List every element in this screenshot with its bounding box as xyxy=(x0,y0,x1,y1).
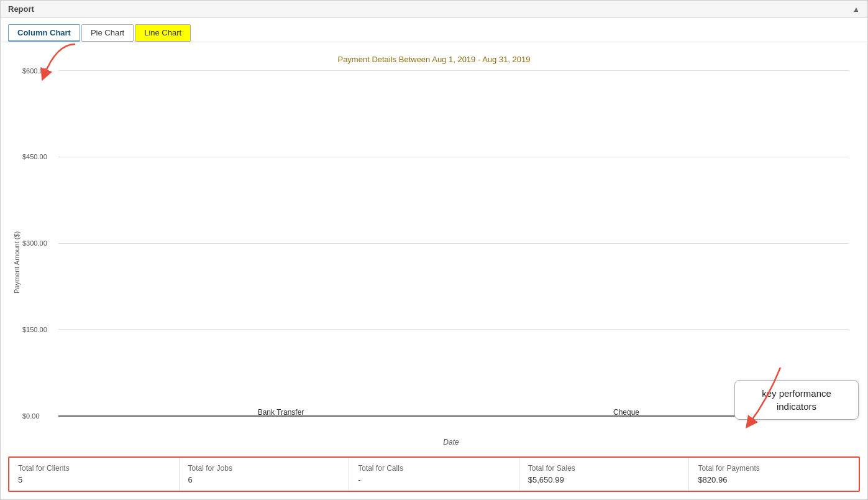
kpi-value-sales: $5,650.99 xyxy=(528,475,680,484)
y-label-600: $600.00 xyxy=(22,67,47,75)
chart-plot-area: $600.00 $450.00 $300.00 $150.00 xyxy=(58,70,849,435)
bar-label-bank-transfer: Bank Transfer xyxy=(258,408,304,417)
y-label-0: $0.00 xyxy=(22,412,40,420)
kpi-annotation-text: key performanceindicators xyxy=(762,388,831,412)
chart-wrapper: Payment Amount ($) $600.00 $450.00 $300.… xyxy=(13,70,855,435)
bar-label-cheque: Cheque xyxy=(613,408,639,417)
kpi-card-calls: Total for Calls - xyxy=(349,458,519,491)
tab-pie-chart[interactable]: Pie Chart xyxy=(81,24,134,42)
kpi-value-calls: - xyxy=(358,475,510,484)
y-label-450: $450.00 xyxy=(22,153,47,160)
report-header: Report ▲ xyxy=(1,1,867,18)
kpi-value-payments: $820.96 xyxy=(698,475,850,484)
report-title: Report xyxy=(8,4,34,14)
tab-column-chart[interactable]: Column Chart xyxy=(8,24,80,42)
kpi-card-jobs: Total for Jobs 6 xyxy=(180,458,350,491)
y-axis-label: Payment Amount ($) xyxy=(13,70,21,435)
report-container: Report ▲ Column Chart Pie Chart Line Cha… xyxy=(0,0,868,500)
bar-group-bank-transfer: Bank Transfer xyxy=(108,403,454,417)
kpi-section: Total for Clients 5 Total for Jobs 6 Tot… xyxy=(8,456,860,492)
collapse-icon[interactable]: ▲ xyxy=(852,5,860,14)
kpi-title-jobs: Total for Jobs xyxy=(188,464,340,473)
y-label-300: $300.00 xyxy=(22,239,47,247)
y-label-150: $150.00 xyxy=(22,326,47,333)
kpi-title-calls: Total for Calls xyxy=(358,464,510,473)
kpi-title-payments: Total for Payments xyxy=(698,464,850,473)
x-axis-label: Date xyxy=(47,435,855,451)
kpi-annotation-box: key performanceindicators xyxy=(734,380,859,420)
kpi-card-payments: Total for Payments $820.96 xyxy=(689,458,859,491)
kpi-card-sales: Total for Sales $5,650.99 xyxy=(519,458,690,491)
tabs-row: Column Chart Pie Chart Line Chart xyxy=(1,18,867,42)
bars-container: Bank Transfer Cheque xyxy=(58,70,849,417)
kpi-value-clients: 5 xyxy=(18,475,170,484)
kpi-value-jobs: 6 xyxy=(188,475,340,484)
chart-title: Payment Details Between Aug 1, 2019 - Au… xyxy=(13,55,855,64)
tab-line-chart[interactable]: Line Chart xyxy=(135,24,191,42)
kpi-card-clients: Total for Clients 5 xyxy=(9,458,180,491)
kpi-title-clients: Total for Clients xyxy=(18,464,170,473)
kpi-title-sales: Total for Sales xyxy=(528,464,680,473)
